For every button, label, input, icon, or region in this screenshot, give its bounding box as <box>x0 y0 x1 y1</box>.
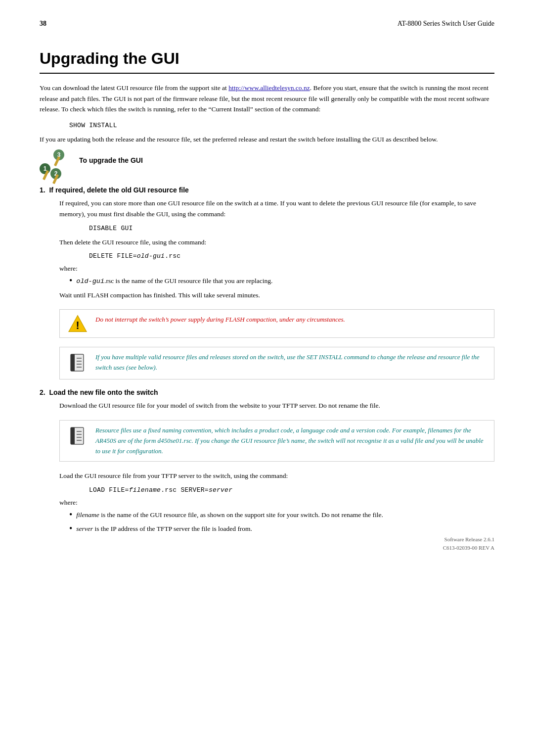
header-title: AT-8800 Series Switch User Guide <box>398 20 494 28</box>
step-2-body1: Download the GUI resource file for your … <box>59 400 494 411</box>
main-content: Upgrading the GUI You can download the l… <box>40 49 494 534</box>
intro-paragraph: You can download the latest GUI resource… <box>40 83 494 115</box>
bullet-dot: • <box>69 276 72 286</box>
note-box-2: Resource files use a fixed naming conven… <box>59 420 494 462</box>
step-1-content: If required, you can store more than one… <box>59 198 494 379</box>
where-label-1: where: <box>59 265 494 273</box>
warning-triangle-svg: ! <box>68 315 88 332</box>
procedure-heading: To upgrade the GUI <box>79 156 143 164</box>
bullet-2-2: • server is the IP address of the TFTP s… <box>69 523 494 534</box>
page-title: Upgrading the GUI <box>40 49 494 74</box>
page: 38 AT-8800 Series Switch User Guide Upgr… <box>0 0 534 567</box>
intro-text-before-link: You can download the latest GUI resource… <box>40 84 228 92</box>
intro-paragraph-2: If you are updating both the release and… <box>40 134 494 145</box>
note-1-text: If you have multiple valid resource file… <box>95 352 487 373</box>
note-icon-2 <box>67 425 89 447</box>
delete-file-code: DELETE FILE=old-gui.rsc <box>89 252 494 260</box>
warning-text: Do not interrupt the switch’s power supp… <box>95 315 345 325</box>
bullet-dot-2-1: • <box>69 510 72 520</box>
bullet-1-1: • old-gui.rsc is the name of the GUI res… <box>69 276 494 287</box>
bullet-2-1-text: filename is the name of the GUI resource… <box>76 510 383 520</box>
svg-rect-9 <box>71 427 75 444</box>
svg-text:!: ! <box>76 320 79 332</box>
step-2-content: Download the GUI resource file for your … <box>59 400 494 534</box>
step-1-body1: If required, you can store more than one… <box>59 198 494 219</box>
show-install-code: SHOW INSTALL <box>69 122 494 129</box>
note-icon-svg <box>68 352 88 374</box>
bullet-2-2-text: server is the IP address of the TFTP ser… <box>76 523 252 534</box>
footer-line2: C613-02039-00 REV A <box>443 544 494 552</box>
support-link[interactable]: http://www.alliedtelesyn.co.nz <box>228 84 310 92</box>
bullet-2-1: • filename is the name of the GUI resour… <box>69 510 494 520</box>
steps-icon: 3 1 2 <box>40 149 74 179</box>
note-2-text: Resource files use a fixed naming conven… <box>95 425 487 456</box>
procedure-header: 3 1 2 To upgrade the GUI <box>40 151 494 179</box>
bullet-1-1-text: old-gui.rsc is the name of the GUI resou… <box>76 276 272 287</box>
step-2: 2. Load the new file onto the switch Dow… <box>40 388 494 534</box>
bullet-dot-2-2: • <box>69 523 72 534</box>
step-1-body3: Wait until FLASH compaction has finished… <box>59 290 494 301</box>
step-1: 1. If required, delete the old GUI resou… <box>40 186 494 379</box>
warning-icon: ! <box>67 315 89 332</box>
step-2-heading: 2. Load the new file onto the switch <box>40 388 494 396</box>
note-box-1: If you have multiple valid resource file… <box>59 347 494 379</box>
step-1-body2: Then delete the GUI resource file, using… <box>59 237 494 248</box>
warning-box: ! Do not interrupt the switch’s power su… <box>59 309 494 338</box>
page-number: 38 <box>40 20 46 28</box>
disable-gui-code: DISABLE GUI <box>89 225 494 232</box>
note-icon-1 <box>67 352 89 374</box>
step-1-heading: 1. If required, delete the old GUI resou… <box>40 186 494 194</box>
step-2-body2: Load the GUI resource file from your TFT… <box>59 471 494 481</box>
load-file-code: LOAD FILE=filename.rsc SERVER=server <box>89 486 494 494</box>
footer: Software Release 2.6.1 C613-02039-00 REV… <box>443 535 494 552</box>
footer-line1: Software Release 2.6.1 <box>443 535 494 544</box>
where-label-2: where: <box>59 499 494 507</box>
svg-rect-3 <box>71 354 75 371</box>
note-icon-svg-2 <box>68 425 88 447</box>
